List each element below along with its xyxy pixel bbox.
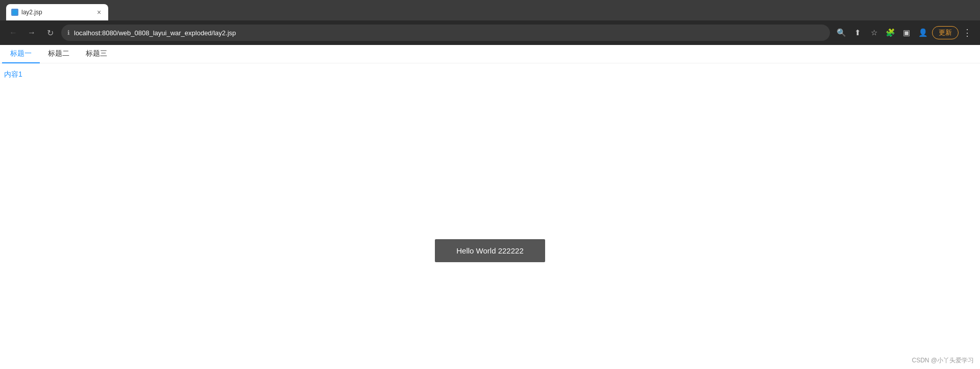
reload-button[interactable]: ↻	[43, 26, 57, 40]
menu-button[interactable]: ⋮	[961, 25, 974, 40]
tab-close-button[interactable]: ×	[95, 8, 103, 16]
browser-tab-title: lay2.jsp	[21, 9, 92, 16]
browser-chrome: 🌐 lay2.jsp × ← → ↻ ℹ localhost:8080/web_…	[0, 0, 980, 45]
bookmark-button[interactable]: ☆	[867, 26, 881, 40]
profile-button[interactable]: 👤	[916, 26, 930, 40]
search-button[interactable]: 🔍	[834, 26, 848, 40]
share-button[interactable]: ⬆	[850, 26, 865, 40]
tab-navigation: 标题一 标题二 标题三	[0, 45, 980, 63]
page-content: 标题一 标题二 标题三 内容1 Hello World 222222	[0, 45, 980, 369]
tab-nav-item-2[interactable]: 标题二	[40, 45, 78, 63]
back-button[interactable]: ←	[6, 26, 20, 40]
url-text: localhost:8080/web_0808_layui_war_explod…	[74, 29, 824, 37]
tab-nav-item-3[interactable]: 标题三	[78, 45, 115, 63]
update-button[interactable]: 更新	[932, 26, 959, 39]
tab-favicon-icon: 🌐	[11, 9, 18, 16]
footer-text: CSDN @小丫头爱学习	[912, 357, 974, 364]
lock-icon: ℹ	[67, 29, 70, 36]
nav-right-icons: 🔍 ⬆ ☆ 🧩 ▣ 👤 更新 ⋮	[834, 25, 974, 40]
extension-button[interactable]: 🧩	[883, 26, 897, 40]
content-area: 内容1	[0, 63, 980, 85]
tab-bar: 🌐 lay2.jsp ×	[4, 0, 108, 20]
browser-titlebar: 🌐 lay2.jsp ×	[0, 0, 980, 20]
hello-world-container: Hello World 222222	[0, 239, 980, 262]
split-view-button[interactable]: ▣	[899, 26, 914, 40]
tab-nav-item-1[interactable]: 标题一	[2, 45, 40, 63]
address-bar[interactable]: ℹ localhost:8080/web_0808_layui_war_expl…	[61, 25, 830, 41]
page-footer: CSDN @小丫头爱学习	[912, 356, 974, 365]
browser-tab[interactable]: 🌐 lay2.jsp ×	[6, 4, 108, 20]
forward-button[interactable]: →	[24, 26, 39, 40]
content-text-1: 内容1	[4, 70, 22, 78]
hello-world-button[interactable]: Hello World 222222	[435, 239, 545, 262]
browser-navbar: ← → ↻ ℹ localhost:8080/web_0808_layui_wa…	[0, 20, 980, 45]
